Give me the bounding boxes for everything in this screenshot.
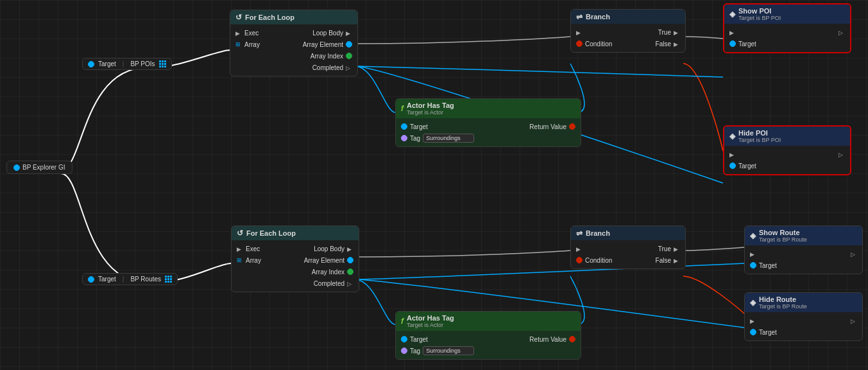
foreach-bottom-exec-in: Exec — [237, 245, 260, 252]
hide-route-exec-in-arrow — [750, 317, 756, 324]
return-dot-t — [569, 123, 575, 130]
foreach-bottom-header: ↺ For Each Loop — [232, 226, 359, 240]
branch-false-arrow — [674, 40, 680, 47]
hide-poi-icon: ◈ — [729, 132, 735, 141]
tag-input-bottom[interactable] — [423, 346, 474, 355]
foreach-bottom-completed-row: Completed — [232, 278, 359, 289]
actortag-top-tag-in: Tag — [401, 134, 474, 143]
hide-poi-exec-out — [838, 151, 845, 157]
show-poi-target-in: Target — [729, 40, 756, 48]
bp-explorer-dot — [13, 164, 20, 171]
show-route-icon: ◈ — [750, 231, 756, 240]
branch-exec-in-arrow — [576, 29, 583, 35]
foreach-bottom-index-row: Array Index — [232, 266, 359, 278]
hide-poi-node: ◈ Hide POI Target is BP POI Target — [723, 125, 851, 175]
foreach-bottom-arrayelement-out: Array Element — [304, 257, 353, 264]
show-poi-target-dot — [729, 40, 736, 47]
exec-in-arrow-b — [237, 245, 243, 252]
hide-poi-target-in: Target — [729, 163, 756, 170]
hide-route-exec-in — [750, 317, 756, 324]
branch-bottom-icon: ⇌ — [576, 229, 583, 238]
branch-bottom-true-out: True — [658, 245, 680, 252]
foreach-top-completed-row: Completed — [230, 62, 357, 73]
loopbody-out-arrow — [346, 30, 352, 36]
loopbody-out-arrow-b — [347, 245, 353, 252]
foreach-top-index-row: Array Index — [230, 50, 357, 62]
tag-dot-t — [401, 135, 407, 141]
hide-route-exec-out — [851, 317, 857, 324]
hide-route-node: ◈ Hide Route Target is BP Route Target — [744, 292, 863, 341]
actortag-bottom-return-out: Return Value — [529, 336, 575, 343]
branch-bottom-header: ⇌ Branch — [571, 226, 685, 240]
tag-input-top[interactable] — [423, 134, 474, 143]
branch-false-arrow-b — [674, 257, 680, 263]
show-route-exec-out — [851, 251, 857, 257]
arrayelement-dot-b — [347, 257, 353, 263]
show-route-exec-out-arrow — [851, 251, 857, 257]
branch-top-body: True Condition False — [571, 24, 685, 52]
show-poi-exec-in — [729, 29, 736, 35]
branch-exec-in-arrow-b — [576, 245, 583, 252]
branch-bottom-condition-in: Condition — [576, 257, 612, 264]
hide-route-body: Target — [745, 312, 862, 340]
actortag-top-node: f Actor Has Tag Target is Actor Target R… — [395, 98, 581, 147]
actortag-bottom-target-row: Target Return Value — [396, 333, 581, 345]
foreach-top-icon: ↺ — [235, 13, 242, 22]
actortag-top-target-row: Target Return Value — [396, 121, 581, 132]
foreach-top-body: Exec Loop Body ⊞ Array Array Element Arr… — [230, 24, 357, 76]
branch-bottom-body: True Condition False — [571, 240, 685, 269]
branch-top-exec-row: True — [571, 26, 685, 38]
branch-top-condition-in: Condition — [576, 40, 612, 48]
hide-poi-exec-in-arrow — [729, 151, 736, 157]
show-route-node: ◈ Show Route Target is BP Route Target — [744, 225, 863, 274]
branch-top-false-out: False — [656, 40, 680, 48]
branch-top-exec-in — [576, 29, 583, 35]
condition-dot-b — [576, 257, 583, 263]
hide-route-exec-row — [745, 315, 862, 326]
show-poi-node: ◈ Show POI Target is BP POI Target — [723, 3, 851, 53]
routes-target-dot — [88, 276, 94, 283]
tag-dot-b — [401, 348, 407, 354]
foreach-bottom-exec-row: Exec Loop Body — [232, 243, 359, 254]
hide-route-exec-out-arrow — [851, 317, 857, 324]
actortag-bottom-tag-row: Tag — [396, 345, 581, 357]
actortag-top-header: f Actor Has Tag Target is Actor — [396, 99, 581, 118]
foreach-bottom-array-in: ⊞ Array — [237, 257, 261, 264]
exec-in-arrow — [235, 30, 242, 36]
hide-poi-header: ◈ Hide POI Target is BP POI — [724, 127, 850, 146]
actortag-top-tag-row: Tag — [396, 132, 581, 144]
hide-poi-exec-row — [724, 148, 850, 160]
hide-poi-body: Target — [724, 146, 850, 174]
foreach-top-array-row: ⊞ Array Array Element — [230, 39, 357, 50]
foreach-bottom-node: ↺ For Each Loop Exec Loop Body ⊞ Array A… — [231, 225, 359, 292]
show-route-exec-in-arrow — [750, 251, 756, 257]
show-poi-target-row: Target — [724, 38, 850, 49]
show-route-target-dot — [750, 262, 756, 269]
bp-explorer-label: BP Explorer GI — [13, 164, 65, 171]
foreach-top-arrayindex-out: Array Index — [311, 53, 352, 60]
hide-route-header: ◈ Hide Route Target is BP Route — [745, 293, 862, 312]
hide-route-target-in: Target — [750, 329, 777, 336]
foreach-top-arrayelement-out: Array Element — [303, 41, 352, 48]
hide-route-icon: ◈ — [750, 298, 756, 307]
actortag-top-target-in: Target — [401, 123, 428, 130]
foreach-bottom-body: Exec Loop Body ⊞ Array Array Element Arr… — [232, 240, 359, 292]
actortag-bottom-body: Target Return Value Tag — [396, 331, 581, 359]
branch-true-arrow-b — [674, 245, 680, 252]
foreach-bottom-icon: ↺ — [237, 229, 243, 238]
branch-top-header: ⇌ Branch — [571, 10, 685, 24]
completed-arrow-b — [347, 280, 353, 286]
poi-grid-icon — [159, 60, 166, 67]
hide-poi-exec-in — [729, 151, 736, 157]
connector-routes-node: Target | BP Routes — [82, 273, 178, 285]
actortag-bottom-icon: f — [401, 317, 404, 326]
show-route-body: Target — [745, 245, 862, 274]
foreach-top-exec-row: Exec Loop Body — [230, 27, 357, 39]
foreach-top-node: ↺ For Each Loop Exec Loop Body ⊞ Array A… — [230, 10, 358, 76]
hide-route-target-row: Target — [745, 326, 862, 338]
show-poi-title: Show POI Target is BP POI — [738, 7, 781, 21]
branch-top-icon: ⇌ — [576, 12, 583, 21]
arrayelement-dot — [346, 41, 352, 48]
routes-grid-icon — [165, 276, 172, 283]
hide-poi-target-row: Target — [724, 160, 850, 172]
